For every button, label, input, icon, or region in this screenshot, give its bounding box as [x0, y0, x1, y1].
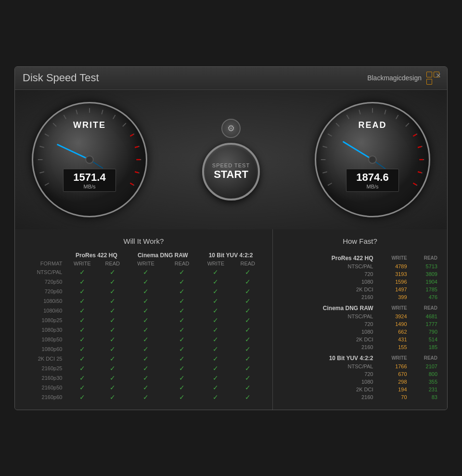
hf-write-value: 1490: [375, 320, 409, 328]
titlebar: Disk Speed Test Blackmagicdesign ✕: [15, 67, 447, 90]
check-cell: ✓: [98, 325, 127, 335]
hf-write-value: 670: [375, 370, 409, 378]
hf-write-value: 194: [375, 386, 409, 393]
table-row: 1080i50✓✓✓✓✓✓: [25, 296, 263, 306]
hf-row-label: 720: [281, 370, 375, 378]
hf-read-value: 185: [409, 343, 439, 351]
hf-write-value: 70: [375, 393, 409, 401]
format-cell: 1080p60: [25, 344, 66, 354]
hf-write-value: 4789: [375, 263, 409, 270]
hf-read-value: 1777: [409, 320, 439, 328]
check-cell: ✓: [199, 325, 232, 335]
check-cell: ✓: [165, 277, 199, 287]
hf-row-label: 1080: [281, 328, 375, 336]
check-cell: ✓: [127, 296, 165, 306]
read-unit: MB/s: [352, 184, 393, 189]
write-gauge-label: WRITE: [73, 120, 106, 130]
check-cell: ✓: [127, 363, 165, 373]
brand-square-1: [426, 72, 432, 77]
hf-row-label: 2K DCI: [281, 286, 375, 293]
hf-row-label: 720: [281, 320, 375, 328]
hf-write-value: 3924: [375, 313, 409, 320]
hf-read-value: 1904: [409, 278, 439, 286]
check-cell: ✓: [165, 373, 199, 383]
format-cell: 1080p50: [25, 335, 66, 344]
hf-data-row: 720 670 800: [281, 370, 439, 378]
check-cell: ✓: [233, 354, 263, 363]
check-cell: ✓: [165, 306, 199, 315]
check-cell: ✓: [66, 335, 98, 344]
check-cell: ✓: [127, 306, 165, 315]
hf-read-value: 2107: [409, 363, 439, 370]
hf-write-value: 298: [375, 378, 409, 386]
settings-button[interactable]: ⚙: [221, 119, 241, 138]
check-cell: ✓: [98, 335, 127, 344]
write-value: 1571.4: [69, 171, 110, 184]
write-h3: WRITE: [199, 260, 232, 267]
format-cell: 2160p60: [25, 392, 66, 402]
check-cell: ✓: [199, 287, 232, 296]
start-button[interactable]: SPEED TEST START: [202, 143, 260, 200]
check-cell: ✓: [165, 363, 199, 373]
hf-data-row: NTSC/PAL 1766 2107: [281, 363, 439, 370]
hf-data-row: 720 1490 1777: [281, 320, 439, 328]
check-cell: ✓: [199, 267, 232, 277]
check-cell: ✓: [66, 373, 98, 383]
hf-write-value: 155: [375, 343, 409, 351]
hf-section-name: Cinema DNG RAW: [281, 301, 375, 313]
hf-data-row: 1080 662 790: [281, 328, 439, 336]
check-cell: ✓: [98, 287, 127, 296]
hf-data-row: 2160 399 476: [281, 293, 439, 301]
hf-read-value: 355: [409, 378, 439, 386]
hf-data-row: 720 3193 3809: [281, 270, 439, 278]
format-cell: 2160p50: [25, 383, 66, 392]
hf-read-value: 231: [409, 386, 439, 393]
hf-data-row: 1080 298 355: [281, 378, 439, 386]
check-cell: ✓: [98, 344, 127, 354]
close-button[interactable]: ✕: [436, 72, 441, 79]
hf-row-label: 1080: [281, 278, 375, 286]
table-row: NTSC/PAL✓✓✓✓✓✓: [25, 267, 263, 277]
table-row: 720p60✓✓✓✓✓✓: [25, 287, 263, 296]
hf-section-header: Cinema DNG RAWWRITEREAD: [281, 301, 439, 313]
hf-write-value: 1766: [375, 363, 409, 370]
check-cell: ✓: [98, 373, 127, 383]
hf-row-label: 2160: [281, 293, 375, 301]
col-cinema-dng: Cinema DNG RAW: [127, 251, 199, 260]
check-cell: ✓: [127, 267, 165, 277]
table-row: 2160p25✓✓✓✓✓✓: [25, 363, 263, 373]
check-cell: ✓: [98, 296, 127, 306]
format-header: FORMAT: [25, 260, 66, 267]
hf-row-label: 2K DCI: [281, 336, 375, 343]
table-row: 1080i60✓✓✓✓✓✓: [25, 306, 263, 315]
check-cell: ✓: [233, 383, 263, 392]
check-cell: ✓: [165, 296, 199, 306]
check-cell: ✓: [233, 306, 263, 315]
check-cell: ✓: [66, 267, 98, 277]
write-h2: WRITE: [127, 260, 165, 267]
check-cell: ✓: [165, 392, 199, 402]
write-value-box: 1571.4 MB/s: [63, 169, 116, 192]
hf-row-label: NTSC/PAL: [281, 263, 375, 270]
check-cell: ✓: [165, 267, 199, 277]
how-fast-table: ProRes 422 HQWRITEREAD NTSC/PAL 4789 571…: [281, 251, 439, 401]
start-button-label: START: [214, 168, 248, 181]
check-cell: ✓: [233, 373, 263, 383]
check-cell: ✓: [165, 383, 199, 392]
check-cell: ✓: [66, 287, 98, 296]
check-cell: ✓: [199, 296, 232, 306]
hf-read-value: 476: [409, 293, 439, 301]
hf-data-row: 2160 155 185: [281, 343, 439, 351]
hf-read-value: 790: [409, 328, 439, 336]
read-gauge: READ 1874.6 MB/s: [312, 100, 433, 220]
hf-data-row: 2160 70 83: [281, 393, 439, 401]
hf-read-value: 83: [409, 393, 439, 401]
hf-row-label: 2160: [281, 393, 375, 401]
table-row: 720p50✓✓✓✓✓✓: [25, 277, 263, 287]
check-cell: ✓: [233, 296, 263, 306]
check-cell: ✓: [66, 277, 98, 287]
hf-write-value: 431: [375, 336, 409, 343]
check-cell: ✓: [98, 392, 127, 402]
check-cell: ✓: [98, 315, 127, 325]
format-cell: 2160p25: [25, 363, 66, 373]
